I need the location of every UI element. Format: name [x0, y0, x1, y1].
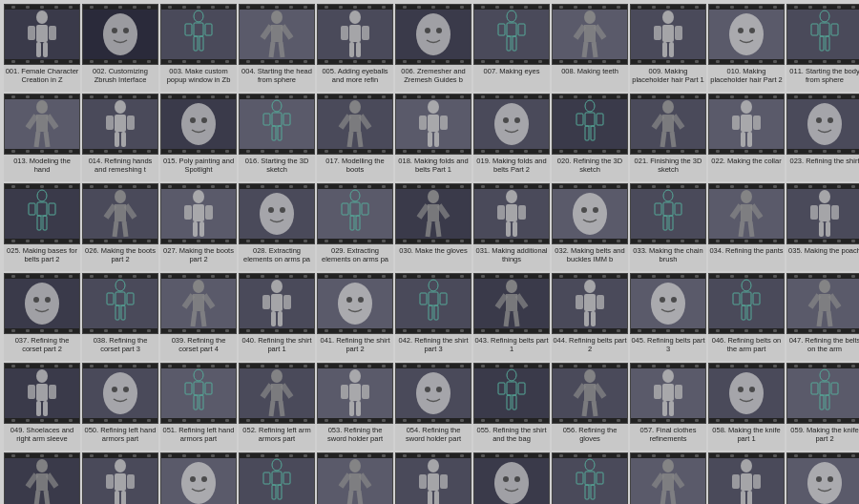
list-item[interactable]: 064. Making the pores: [239, 452, 315, 504]
list-item[interactable]: 018. Making folds and belts Part 1: [395, 94, 471, 181]
list-item[interactable]: 039. Refining the corset part 4: [160, 273, 237, 361]
list-item[interactable]: 026. Making the boots part 2: [82, 183, 158, 271]
list-item[interactable]: 044. Refining belts part 2: [552, 273, 628, 361]
list-item[interactable]: 008. Making teeth: [552, 4, 628, 92]
list-item[interactable]: 051. Refining left hand armors part: [160, 363, 237, 451]
list-item[interactable]: 030. Make the gloves: [395, 183, 471, 271]
list-item[interactable]: 067. Making the hair part 3: [473, 452, 550, 504]
list-item[interactable]: 046. Refining belts on the arm part: [708, 273, 785, 361]
list-item[interactable]: 059. Making the knife part 2: [786, 363, 859, 451]
thumbnail-image: [631, 458, 705, 504]
svg-rect-341: [115, 491, 119, 504]
thumbnail-label: 016. Starting the 3D sketch: [239, 155, 315, 181]
list-item[interactable]: 071. Polypainting: [786, 452, 859, 504]
list-item[interactable]: 013. Modeling the hand: [4, 94, 80, 181]
svg-rect-291: [341, 385, 348, 399]
svg-rect-98: [428, 115, 439, 132]
svg-rect-54: [669, 42, 674, 57]
list-item[interactable]: 045. Refining belts part 3: [630, 273, 706, 361]
list-item[interactable]: 006. Zremesher and Zremesh Guides b: [395, 4, 471, 92]
thumbnail-image: [5, 458, 79, 504]
list-item[interactable]: 049. Shoelaces and right arm sleeve: [4, 363, 80, 451]
svg-point-211: [193, 280, 204, 293]
list-item[interactable]: 066. Making the hair part 2: [395, 452, 471, 504]
list-item[interactable]: 043. Refining belts part 1: [473, 273, 550, 361]
svg-point-226: [358, 297, 364, 303]
svg-point-331: [36, 459, 48, 472]
list-item[interactable]: 065. Making the hair part 1: [317, 452, 393, 504]
thumbnail-image: [709, 458, 784, 504]
list-item[interactable]: 034. Refining the pants: [708, 183, 785, 271]
list-item[interactable]: 033. Making the chain brush: [630, 183, 706, 271]
list-item[interactable]: 037. Refining the corset part 2: [4, 273, 80, 361]
thumbnail-image: [631, 99, 705, 149]
list-item[interactable]: 050. Refining left hand armors part: [82, 363, 158, 451]
thumbnail-image: [474, 189, 549, 239]
list-item[interactable]: 003. Make custom popup window in Zb: [160, 4, 237, 92]
list-item[interactable]: 069. Making the eyelashes: [630, 452, 706, 504]
thumbnail-label: 046. Refining belts on the arm part: [708, 334, 785, 361]
list-item[interactable]: 015. Poly painting and Spotlight: [160, 94, 237, 181]
list-item[interactable]: 041. Refining the shirt part 2: [317, 273, 393, 361]
svg-rect-227: [396, 279, 471, 328]
svg-rect-123: [732, 116, 740, 130]
list-item[interactable]: 023. Refining the shirt: [786, 94, 859, 181]
list-item[interactable]: 028. Extracting elements on arms pa: [239, 183, 315, 271]
list-item[interactable]: 062. Making the sword part: [82, 452, 158, 504]
svg-rect-100: [440, 116, 448, 130]
thumbnail-label: 032. Making belts and buckles IMM b: [552, 244, 628, 271]
svg-point-200: [25, 283, 59, 325]
list-item[interactable]: 052. Refining left arm armors part: [239, 363, 315, 451]
svg-rect-371: [553, 458, 627, 504]
list-item[interactable]: 002. Customizing Zbrush Interface: [82, 4, 158, 92]
list-item[interactable]: 068. Making the hair part 4: [552, 452, 628, 504]
list-item[interactable]: 022. Making the collar: [708, 94, 785, 181]
list-item[interactable]: 017. Modelling the boots: [317, 94, 393, 181]
list-item[interactable]: 032. Making belts and buckles IMM b: [552, 183, 628, 271]
list-item[interactable]: 005. Adding eyeballs and more refin: [317, 4, 393, 92]
list-item[interactable]: 019. Making folds and belts Part 2: [473, 94, 550, 181]
list-item[interactable]: 014. Refining hands and remeshing t: [82, 94, 158, 181]
list-item[interactable]: 001. Female Character Creation in Z: [4, 4, 80, 92]
svg-point-1: [36, 10, 48, 24]
list-item[interactable]: 009. Making placeholder hair Part 1: [630, 4, 706, 92]
list-item[interactable]: 042. Refining the shirt part 3: [395, 273, 471, 361]
list-item[interactable]: 061. Making the sword part: [4, 452, 80, 504]
list-item[interactable]: 027. Making the boots part 2: [160, 183, 237, 271]
list-item[interactable]: 004. Starting the head from sphere: [239, 4, 315, 92]
list-item[interactable]: 011. Starting the body from sphere: [786, 4, 859, 92]
list-item[interactable]: 058. Making the knife part 1: [708, 363, 785, 451]
list-item[interactable]: 029. Extracting elements on arms pa: [317, 183, 393, 271]
thumbnail-image: [5, 10, 79, 59]
list-item[interactable]: 040. Refining the shirt part 1: [239, 273, 315, 361]
list-item[interactable]: 035. Making the poach: [786, 183, 859, 271]
list-item[interactable]: 056. Refining the gloves: [552, 363, 628, 451]
thumbnail-label: 055. Refining the shirt and the bag: [473, 424, 550, 451]
list-item[interactable]: 021. Finishing the 3D sketch: [630, 94, 706, 181]
list-item[interactable]: 047. Refining the belts on the arm: [786, 273, 859, 361]
svg-point-250: [671, 297, 677, 303]
list-item[interactable]: 055. Refining the shirt and the bag: [473, 363, 550, 451]
thumbnail-image: [474, 99, 549, 149]
list-item[interactable]: 070. Coloring and materials: [708, 452, 785, 504]
thumbnail-label: 010. Making placeholder hair Part 2: [708, 65, 785, 92]
list-item[interactable]: 007. Making eyes: [473, 4, 550, 92]
list-item[interactable]: 063. Making the sword part: [160, 452, 237, 504]
svg-point-129: [816, 117, 822, 123]
list-item[interactable]: 025. Making bases for belts part 2: [4, 183, 80, 271]
svg-point-392: [807, 462, 842, 504]
svg-line-238: [506, 311, 508, 326]
list-item[interactable]: 031. Making additional things: [473, 183, 550, 271]
list-item[interactable]: 054. Refining the sword holder part: [395, 363, 471, 451]
svg-rect-170: [506, 204, 517, 221]
thumbnail-image: [5, 279, 79, 328]
list-item[interactable]: 016. Starting the 3D sketch: [239, 94, 315, 181]
list-item[interactable]: 038. Refining the corset part 3: [82, 273, 158, 361]
list-item[interactable]: 020. Refining the 3D sketch: [552, 94, 628, 181]
svg-point-337: [115, 459, 126, 472]
thumbnail-image: [83, 99, 157, 149]
list-item[interactable]: 053. Refining the sword holder part: [317, 363, 393, 451]
list-item[interactable]: 010. Making placeholder hair Part 2: [708, 4, 785, 92]
list-item[interactable]: 057. Final clothes refinements: [630, 363, 706, 451]
svg-point-322: [749, 387, 755, 392]
